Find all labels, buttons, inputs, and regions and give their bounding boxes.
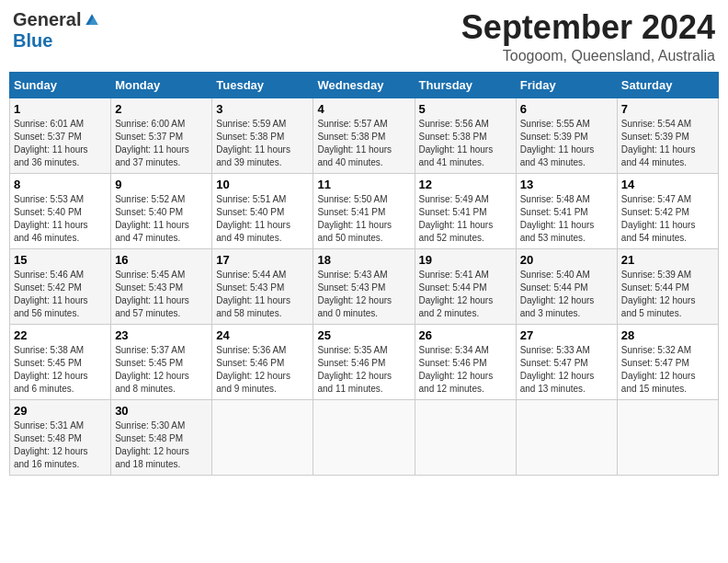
- calendar-day-cell: 7Sunrise: 5:54 AMSunset: 5:39 PMDaylight…: [617, 98, 718, 173]
- calendar-day-cell: 14Sunrise: 5:47 AMSunset: 5:42 PMDayligh…: [617, 173, 718, 248]
- day-info: Sunrise: 5:41 AMSunset: 5:44 PMDaylight:…: [419, 269, 512, 320]
- day-info: Sunrise: 5:45 AMSunset: 5:43 PMDaylight:…: [115, 269, 208, 320]
- calendar-day-cell: 8Sunrise: 5:53 AMSunset: 5:40 PMDaylight…: [10, 173, 111, 248]
- day-info: Sunrise: 5:34 AMSunset: 5:46 PMDaylight:…: [419, 344, 512, 396]
- day-info: Sunrise: 5:37 AMSunset: 5:45 PMDaylight:…: [115, 344, 208, 396]
- day-info: Sunrise: 6:01 AMSunset: 5:37 PMDaylight:…: [14, 118, 107, 169]
- calendar-day-cell: [313, 399, 415, 475]
- calendar-day-cell: [212, 399, 313, 475]
- calendar-day-cell: 9Sunrise: 5:52 AMSunset: 5:40 PMDaylight…: [111, 173, 212, 248]
- day-info: Sunrise: 5:57 AMSunset: 5:38 PMDaylight:…: [317, 118, 410, 169]
- calendar-day-cell: 18Sunrise: 5:43 AMSunset: 5:43 PMDayligh…: [313, 248, 415, 324]
- weekday-header-thursday: Thursday: [415, 72, 516, 98]
- day-number: 19: [419, 253, 512, 267]
- day-info: Sunrise: 5:36 AMSunset: 5:46 PMDaylight:…: [216, 344, 309, 396]
- day-info: Sunrise: 5:39 AMSunset: 5:44 PMDaylight:…: [621, 269, 714, 320]
- calendar-day-cell: 19Sunrise: 5:41 AMSunset: 5:44 PMDayligh…: [415, 248, 516, 324]
- day-number: 1: [14, 102, 107, 116]
- calendar-day-cell: 4Sunrise: 5:57 AMSunset: 5:38 PMDaylight…: [313, 98, 415, 173]
- day-number: 20: [520, 253, 613, 267]
- calendar-week-row: 1Sunrise: 6:01 AMSunset: 5:37 PMDaylight…: [10, 98, 719, 173]
- day-number: 17: [216, 253, 309, 267]
- calendar-day-cell: 11Sunrise: 5:50 AMSunset: 5:41 PMDayligh…: [313, 173, 415, 248]
- logo-icon: [83, 11, 101, 29]
- calendar-day-cell: 10Sunrise: 5:51 AMSunset: 5:40 PMDayligh…: [212, 173, 313, 248]
- calendar-day-cell: 23Sunrise: 5:37 AMSunset: 5:45 PMDayligh…: [111, 324, 212, 399]
- calendar-day-cell: 1Sunrise: 6:01 AMSunset: 5:37 PMDaylight…: [10, 98, 111, 173]
- calendar-day-cell: 5Sunrise: 5:56 AMSunset: 5:38 PMDaylight…: [415, 98, 516, 173]
- day-number: 23: [115, 328, 208, 342]
- day-info: Sunrise: 5:50 AMSunset: 5:41 PMDaylight:…: [317, 193, 410, 245]
- day-info: Sunrise: 5:49 AMSunset: 5:41 PMDaylight:…: [419, 193, 512, 245]
- day-number: 28: [621, 328, 714, 342]
- day-number: 10: [216, 178, 309, 191]
- logo-general-text: General: [13, 9, 81, 30]
- day-info: Sunrise: 5:47 AMSunset: 5:42 PMDaylight:…: [621, 193, 714, 245]
- day-number: 12: [419, 178, 512, 191]
- day-number: 13: [520, 178, 613, 191]
- calendar-week-row: 15Sunrise: 5:46 AMSunset: 5:42 PMDayligh…: [10, 248, 719, 324]
- calendar-day-cell: 2Sunrise: 6:00 AMSunset: 5:37 PMDaylight…: [111, 98, 212, 173]
- day-info: Sunrise: 5:44 AMSunset: 5:43 PMDaylight:…: [216, 269, 309, 320]
- day-info: Sunrise: 5:38 AMSunset: 5:45 PMDaylight:…: [14, 344, 107, 396]
- day-number: 2: [115, 102, 208, 116]
- location-subtitle: Toogoom, Queensland, Australia: [461, 48, 715, 64]
- day-number: 26: [419, 328, 512, 342]
- calendar-day-cell: 30Sunrise: 5:30 AMSunset: 5:48 PMDayligh…: [111, 399, 212, 475]
- weekday-header-monday: Monday: [111, 72, 212, 98]
- day-info: Sunrise: 5:48 AMSunset: 5:41 PMDaylight:…: [520, 193, 613, 245]
- weekday-header-saturday: Saturday: [617, 72, 718, 98]
- calendar-table: SundayMondayTuesdayWednesdayThursdayFrid…: [9, 72, 719, 476]
- day-number: 24: [216, 328, 309, 342]
- day-info: Sunrise: 5:31 AMSunset: 5:48 PMDaylight:…: [14, 419, 107, 471]
- calendar-day-cell: 17Sunrise: 5:44 AMSunset: 5:43 PMDayligh…: [212, 248, 313, 324]
- day-number: 5: [419, 102, 512, 116]
- weekday-header-wednesday: Wednesday: [313, 72, 415, 98]
- day-info: Sunrise: 5:53 AMSunset: 5:40 PMDaylight:…: [14, 193, 107, 245]
- calendar-day-cell: 15Sunrise: 5:46 AMSunset: 5:42 PMDayligh…: [10, 248, 111, 324]
- day-info: Sunrise: 5:35 AMSunset: 5:46 PMDaylight:…: [317, 344, 410, 396]
- title-area: September 2024 Toogoom, Queensland, Aust…: [461, 9, 715, 64]
- day-number: 29: [14, 404, 107, 418]
- day-info: Sunrise: 5:52 AMSunset: 5:40 PMDaylight:…: [115, 193, 208, 245]
- month-title: September 2024: [461, 9, 715, 46]
- day-info: Sunrise: 5:55 AMSunset: 5:39 PMDaylight:…: [520, 118, 613, 169]
- day-number: 9: [115, 178, 208, 191]
- day-info: Sunrise: 5:32 AMSunset: 5:47 PMDaylight:…: [621, 344, 714, 396]
- logo-blue-text: Blue: [13, 30, 52, 52]
- calendar-day-cell: 21Sunrise: 5:39 AMSunset: 5:44 PMDayligh…: [617, 248, 718, 324]
- calendar-day-cell: 20Sunrise: 5:40 AMSunset: 5:44 PMDayligh…: [516, 248, 617, 324]
- logo: General Blue: [13, 9, 101, 52]
- day-number: 7: [621, 102, 714, 116]
- day-number: 27: [520, 328, 613, 342]
- day-number: 3: [216, 102, 309, 116]
- day-number: 11: [317, 178, 410, 191]
- day-number: 4: [317, 102, 410, 116]
- day-number: 25: [317, 328, 410, 342]
- calendar-day-cell: 3Sunrise: 5:59 AMSunset: 5:38 PMDaylight…: [212, 98, 313, 173]
- calendar-week-row: 8Sunrise: 5:53 AMSunset: 5:40 PMDaylight…: [10, 173, 719, 248]
- weekday-header-tuesday: Tuesday: [212, 72, 313, 98]
- calendar-day-cell: 6Sunrise: 5:55 AMSunset: 5:39 PMDaylight…: [516, 98, 617, 173]
- calendar-day-cell: 26Sunrise: 5:34 AMSunset: 5:46 PMDayligh…: [415, 324, 516, 399]
- day-info: Sunrise: 5:59 AMSunset: 5:38 PMDaylight:…: [216, 118, 309, 169]
- calendar-day-cell: 29Sunrise: 5:31 AMSunset: 5:48 PMDayligh…: [10, 399, 111, 475]
- calendar-day-cell: 24Sunrise: 5:36 AMSunset: 5:46 PMDayligh…: [212, 324, 313, 399]
- day-info: Sunrise: 5:40 AMSunset: 5:44 PMDaylight:…: [520, 269, 613, 320]
- header: General Blue September 2024 Toogoom, Que…: [9, 9, 719, 64]
- day-number: 15: [14, 253, 107, 267]
- calendar-day-cell: 13Sunrise: 5:48 AMSunset: 5:41 PMDayligh…: [516, 173, 617, 248]
- day-info: Sunrise: 5:33 AMSunset: 5:47 PMDaylight:…: [520, 344, 613, 396]
- day-number: 30: [115, 404, 208, 418]
- calendar-day-cell: 22Sunrise: 5:38 AMSunset: 5:45 PMDayligh…: [10, 324, 111, 399]
- day-number: 8: [14, 178, 107, 191]
- day-number: 22: [14, 328, 107, 342]
- day-info: Sunrise: 5:46 AMSunset: 5:42 PMDaylight:…: [14, 269, 107, 320]
- day-info: Sunrise: 5:51 AMSunset: 5:40 PMDaylight:…: [216, 193, 309, 245]
- day-number: 21: [621, 253, 714, 267]
- day-info: Sunrise: 5:30 AMSunset: 5:48 PMDaylight:…: [115, 419, 208, 471]
- calendar-day-cell: [516, 399, 617, 475]
- day-number: 14: [621, 178, 714, 191]
- calendar-day-cell: [415, 399, 516, 475]
- day-number: 18: [317, 253, 410, 267]
